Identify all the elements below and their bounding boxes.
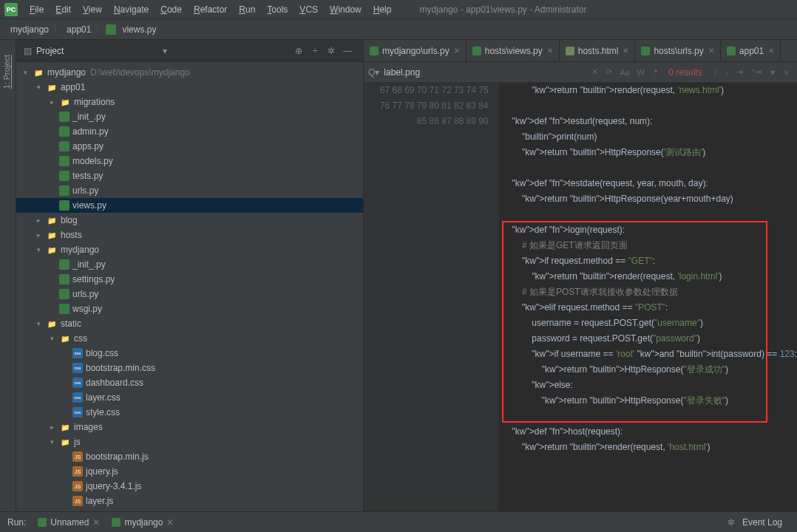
words-btn[interactable]: W xyxy=(634,68,648,77)
tree-row[interactable]: views.py xyxy=(16,198,363,213)
menu-help[interactable]: Help xyxy=(367,4,398,15)
tree-row[interactable]: urls.py xyxy=(16,183,363,198)
tree-row[interactable]: cssblog.css xyxy=(16,346,363,361)
left-tool-gutter[interactable]: 1: Project xyxy=(0,40,16,511)
tree-row[interactable]: ▸📁images xyxy=(16,420,363,434)
tree-row[interactable]: ▾📁css xyxy=(16,331,363,346)
code-editor[interactable]: 67 68 69 70 71 72 73 74 75 76 77 78 79 8… xyxy=(364,83,797,511)
prev-icon[interactable]: ⟳ xyxy=(602,67,616,77)
close-icon[interactable]: ✕ xyxy=(166,517,174,528)
tree-arrow-icon[interactable]: ▸ xyxy=(50,423,59,431)
down-arrow-icon[interactable]: ↓ xyxy=(721,68,733,77)
tree-row[interactable]: ▾📁static xyxy=(16,316,363,331)
tree-row[interactable]: ▸📁hosts xyxy=(16,228,363,242)
close-icon[interactable]: ✕ xyxy=(92,517,100,528)
up-arrow-icon[interactable]: ↑ xyxy=(710,68,722,77)
tree-arrow-icon[interactable]: ▾ xyxy=(37,83,46,91)
tree-arrow-icon[interactable]: ▾ xyxy=(50,438,59,446)
tree-row[interactable]: cssbootstrap.min.css xyxy=(16,361,363,375)
tree-row[interactable]: settings.py xyxy=(16,272,363,287)
chevron-down-icon[interactable]: ▾ xyxy=(163,46,167,56)
gear-icon[interactable]: ✲ xyxy=(323,46,339,56)
menu-refactor[interactable]: Refactor xyxy=(188,4,233,15)
editor-tabs[interactable]: mydjango\urls.py✕hosts\views.py✕hosts.ht… xyxy=(364,40,797,62)
filter-icon[interactable]: ▼ xyxy=(765,68,781,77)
tree-arrow-icon[interactable]: ▾ xyxy=(50,335,59,342)
gear-icon[interactable]: ✲ xyxy=(728,517,735,528)
sidebar-title[interactable]: Project xyxy=(36,46,160,56)
divide-icon[interactable]: ÷ xyxy=(307,46,323,56)
tree-row[interactable]: cssstyle.css xyxy=(16,405,363,420)
add-selection-icon[interactable]: ⁺⇥ xyxy=(747,67,765,77)
close-find-icon[interactable]: ✕ xyxy=(588,67,602,77)
menu-code[interactable]: Code xyxy=(155,4,188,15)
menu-view[interactable]: View xyxy=(77,4,108,15)
tree-label: _init_.py xyxy=(72,112,106,122)
hide-icon[interactable]: — xyxy=(339,46,356,56)
tree-row[interactable]: ▸📁migrations xyxy=(16,95,363,109)
menu-run[interactable]: Run xyxy=(233,4,261,15)
editor-tab[interactable]: hosts\views.py✕ xyxy=(467,40,560,61)
event-log-button[interactable]: Event Log xyxy=(735,517,790,528)
tree-arrow-icon[interactable]: ▸ xyxy=(37,216,46,224)
tree-row[interactable]: admin.py xyxy=(16,124,363,139)
tree-row[interactable]: apps.py xyxy=(16,139,363,154)
breadcrumb-item[interactable]: app01 xyxy=(64,24,94,35)
find-input[interactable] xyxy=(384,67,495,78)
close-icon[interactable]: ✕ xyxy=(454,47,460,55)
menu-window[interactable]: Window xyxy=(324,4,367,15)
regex-btn[interactable]: .* xyxy=(648,68,661,77)
close-icon[interactable]: ✕ xyxy=(623,47,628,55)
menu-file[interactable]: File xyxy=(24,4,50,15)
menu-vcs[interactable]: VCS xyxy=(294,4,324,15)
python-file-icon xyxy=(106,24,116,35)
close-icon[interactable]: ✕ xyxy=(547,47,553,55)
match-case-btn[interactable]: Aa xyxy=(616,68,633,77)
tree-row[interactable]: wsgi.py xyxy=(16,301,363,316)
tree-row[interactable]: cssdashboard.css xyxy=(16,375,363,390)
tree-row[interactable]: ▾📁js xyxy=(16,434,363,449)
tree-arrow-icon[interactable]: ▾ xyxy=(37,320,46,327)
tree-row[interactable]: urls.py xyxy=(16,287,363,301)
tree-row[interactable]: _init_.py xyxy=(16,257,363,272)
tree-label: dashboard.css xyxy=(86,378,143,388)
editor-tab[interactable]: app01✕ xyxy=(721,40,781,61)
tree-row[interactable]: JSjquery-3.4.1.js xyxy=(16,479,363,494)
python-file-icon xyxy=(59,274,69,284)
project-tool-label[interactable]: 1: Project xyxy=(0,40,13,103)
tree-row[interactable]: ▾📁app01 xyxy=(16,80,363,95)
editor-tab[interactable]: hosts\urls.py✕ xyxy=(635,40,720,61)
menu-edit[interactable]: Edit xyxy=(50,4,77,15)
tree-row[interactable]: JSlayer.js xyxy=(16,494,363,508)
more-icon[interactable]: ≡ xyxy=(781,68,793,77)
tree-row[interactable]: JSjquery.js xyxy=(16,464,363,479)
tree-arrow-icon[interactable]: ▸ xyxy=(37,231,46,239)
tree-row[interactable]: ▾📁mydjangoD:\web\devops\mydjango xyxy=(16,65,363,80)
tree-row[interactable]: _init_.py xyxy=(16,109,363,124)
breadcrumb-item[interactable]: mydjango xyxy=(7,24,52,35)
tree-row[interactable]: ▾📁mydjango xyxy=(16,242,363,257)
select-all-icon[interactable]: ⇥ xyxy=(733,67,747,77)
menu-navigate[interactable]: Navigate xyxy=(108,4,155,15)
code-body[interactable]: "kw">return "builtin">render(request, 'n… xyxy=(499,83,797,511)
tree-row[interactable]: ▸📁blog xyxy=(16,213,363,228)
editor-tab[interactable]: mydjango\urls.py✕ xyxy=(364,40,467,61)
tree-label: bootstrap.min.css xyxy=(86,363,155,373)
tree-arrow-icon[interactable]: ▸ xyxy=(50,98,59,106)
tree-arrow-icon[interactable]: ▾ xyxy=(24,69,33,76)
editor-tab[interactable]: hosts.html✕ xyxy=(560,40,636,61)
target-icon[interactable]: ⊕ xyxy=(291,46,307,56)
tree-label: migrations xyxy=(74,97,115,107)
tree-row[interactable]: tests.py xyxy=(16,168,363,183)
tree-arrow-icon[interactable]: ▾ xyxy=(37,246,46,253)
tree-row[interactable]: JSbootstrap.min.js xyxy=(16,449,363,464)
close-icon[interactable]: ✕ xyxy=(768,47,774,55)
breadcrumb-item[interactable]: views.py xyxy=(119,24,159,35)
close-icon[interactable]: ✕ xyxy=(708,47,714,55)
project-tree[interactable]: ▾📁mydjangoD:\web\devops\mydjango▾📁app01▸… xyxy=(16,62,363,511)
run-tab[interactable]: Unnamed✕ xyxy=(32,517,106,528)
run-tab[interactable]: mydjango✕ xyxy=(106,517,180,528)
tree-row[interactable]: models.py xyxy=(16,154,363,168)
tree-row[interactable]: csslayer.css xyxy=(16,390,363,405)
menu-tools[interactable]: Tools xyxy=(261,4,294,15)
